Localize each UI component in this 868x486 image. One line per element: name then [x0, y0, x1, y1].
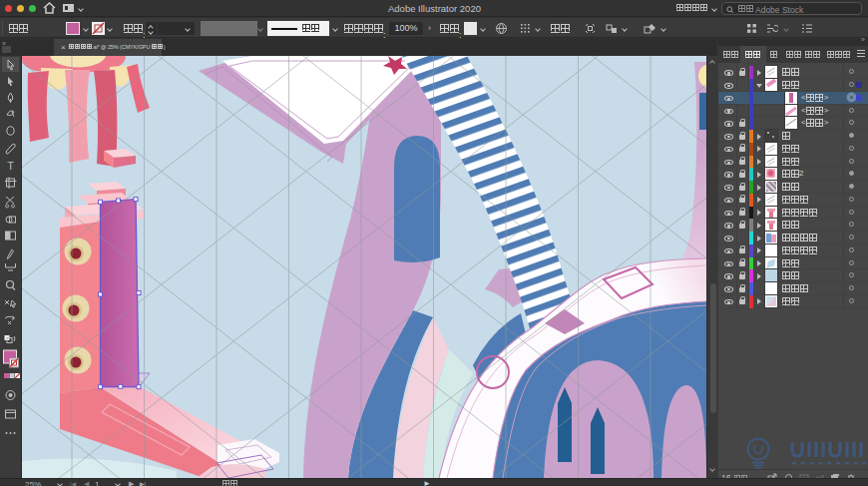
svg-text:T: T — [7, 160, 14, 172]
